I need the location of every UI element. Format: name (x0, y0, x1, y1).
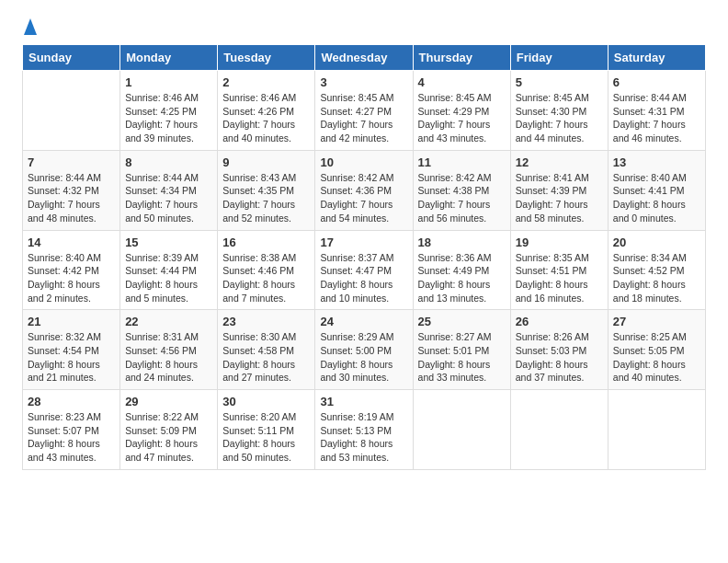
day-number: 18 (418, 236, 506, 249)
day-info: Sunrise: 8:32 AMSunset: 4:54 PMDaylight:… (28, 330, 115, 385)
calendar-cell: 14Sunrise: 8:40 AMSunset: 4:42 PMDayligh… (23, 230, 120, 310)
calendar-cell: 4Sunrise: 8:45 AMSunset: 4:29 PMDaylight… (413, 71, 510, 151)
day-number: 21 (28, 315, 115, 328)
calendar-cell: 15Sunrise: 8:39 AMSunset: 4:44 PMDayligh… (120, 230, 218, 310)
day-info: Sunrise: 8:41 AMSunset: 4:39 PMDaylight:… (516, 171, 603, 225)
day-info: Sunrise: 8:23 AMSunset: 5:07 PMDaylight:… (28, 410, 115, 465)
calendar-cell: 7Sunrise: 8:44 AMSunset: 4:32 PMDaylight… (23, 150, 120, 230)
day-number: 13 (613, 155, 700, 169)
day-number: 3 (320, 75, 407, 89)
day-number: 16 (222, 236, 310, 249)
calendar-cell: 24Sunrise: 8:29 AMSunset: 5:00 PMDayligh… (315, 310, 413, 390)
calendar-cell: 31Sunrise: 8:19 AMSunset: 5:13 PMDayligh… (315, 390, 413, 470)
weekday-header-row: SundayMondayTuesdayWednesdayThursdayFrid… (23, 45, 706, 71)
day-info: Sunrise: 8:20 AMSunset: 5:11 PMDaylight:… (222, 410, 310, 465)
calendar-cell (23, 71, 120, 151)
day-info: Sunrise: 8:39 AMSunset: 4:44 PMDaylight:… (125, 251, 212, 305)
calendar-week-row: 21Sunrise: 8:32 AMSunset: 4:54 PMDayligh… (23, 310, 706, 390)
day-number: 23 (222, 315, 310, 328)
calendar-cell: 25Sunrise: 8:27 AMSunset: 5:01 PMDayligh… (413, 310, 510, 390)
day-number: 7 (28, 155, 115, 169)
day-number: 10 (320, 155, 407, 169)
day-info: Sunrise: 8:22 AMSunset: 5:09 PMDaylight:… (125, 410, 212, 465)
day-number: 28 (28, 395, 115, 408)
calendar-cell: 12Sunrise: 8:41 AMSunset: 4:39 PMDayligh… (510, 150, 608, 230)
day-info: Sunrise: 8:25 AMSunset: 5:05 PMDaylight:… (613, 330, 700, 385)
calendar-week-row: 14Sunrise: 8:40 AMSunset: 4:42 PMDayligh… (23, 230, 706, 310)
weekday-header-sunday: Sunday (23, 45, 120, 71)
day-number: 17 (320, 236, 407, 249)
day-info: Sunrise: 8:34 AMSunset: 4:52 PMDaylight:… (613, 251, 700, 305)
weekday-header-monday: Monday (120, 45, 218, 71)
day-number: 9 (222, 155, 310, 169)
page-header (22, 18, 706, 35)
calendar-cell: 20Sunrise: 8:34 AMSunset: 4:52 PMDayligh… (608, 230, 705, 310)
calendar-cell: 29Sunrise: 8:22 AMSunset: 5:09 PMDayligh… (120, 390, 218, 470)
day-info: Sunrise: 8:30 AMSunset: 4:58 PMDaylight:… (222, 330, 310, 385)
calendar-cell: 11Sunrise: 8:42 AMSunset: 4:38 PMDayligh… (413, 150, 510, 230)
day-info: Sunrise: 8:44 AMSunset: 4:32 PMDaylight:… (28, 171, 115, 225)
day-info: Sunrise: 8:44 AMSunset: 4:31 PMDaylight:… (613, 91, 700, 145)
calendar-cell: 18Sunrise: 8:36 AMSunset: 4:49 PMDayligh… (413, 230, 510, 310)
calendar-cell: 16Sunrise: 8:38 AMSunset: 4:46 PMDayligh… (218, 230, 315, 310)
calendar-cell (608, 390, 705, 470)
day-info: Sunrise: 8:42 AMSunset: 4:36 PMDaylight:… (320, 171, 407, 225)
day-number: 31 (320, 395, 407, 408)
calendar-table: SundayMondayTuesdayWednesdayThursdayFrid… (22, 44, 706, 470)
calendar-cell: 17Sunrise: 8:37 AMSunset: 4:47 PMDayligh… (315, 230, 413, 310)
day-number: 11 (418, 155, 506, 169)
day-info: Sunrise: 8:46 AMSunset: 4:26 PMDaylight:… (222, 91, 310, 145)
day-number: 1 (125, 75, 212, 89)
day-info: Sunrise: 8:37 AMSunset: 4:47 PMDaylight:… (320, 251, 407, 305)
calendar-cell: 21Sunrise: 8:32 AMSunset: 4:54 PMDayligh… (23, 310, 120, 390)
calendar-cell: 9Sunrise: 8:43 AMSunset: 4:35 PMDaylight… (218, 150, 315, 230)
day-number: 5 (516, 75, 603, 89)
day-info: Sunrise: 8:46 AMSunset: 4:25 PMDaylight:… (125, 91, 212, 145)
calendar-cell: 1Sunrise: 8:46 AMSunset: 4:25 PMDaylight… (120, 71, 218, 151)
calendar-cell: 5Sunrise: 8:45 AMSunset: 4:30 PMDaylight… (510, 71, 608, 151)
calendar-week-row: 28Sunrise: 8:23 AMSunset: 5:07 PMDayligh… (23, 390, 706, 470)
day-info: Sunrise: 8:29 AMSunset: 5:00 PMDaylight:… (320, 330, 407, 385)
calendar-cell: 26Sunrise: 8:26 AMSunset: 5:03 PMDayligh… (510, 310, 608, 390)
calendar-week-row: 7Sunrise: 8:44 AMSunset: 4:32 PMDaylight… (23, 150, 706, 230)
calendar-cell (510, 390, 608, 470)
calendar-cell: 28Sunrise: 8:23 AMSunset: 5:07 PMDayligh… (23, 390, 120, 470)
calendar-week-row: 1Sunrise: 8:46 AMSunset: 4:25 PMDaylight… (23, 71, 706, 151)
day-number: 22 (125, 315, 212, 328)
day-number: 26 (516, 315, 603, 328)
day-info: Sunrise: 8:40 AMSunset: 4:41 PMDaylight:… (613, 171, 700, 225)
calendar-cell: 13Sunrise: 8:40 AMSunset: 4:41 PMDayligh… (608, 150, 705, 230)
day-number: 14 (28, 236, 115, 249)
day-info: Sunrise: 8:45 AMSunset: 4:27 PMDaylight:… (320, 91, 407, 145)
day-info: Sunrise: 8:26 AMSunset: 5:03 PMDaylight:… (516, 330, 603, 385)
weekday-header-saturday: Saturday (608, 45, 705, 71)
calendar-cell: 23Sunrise: 8:30 AMSunset: 4:58 PMDayligh… (218, 310, 315, 390)
day-info: Sunrise: 8:35 AMSunset: 4:51 PMDaylight:… (516, 251, 603, 305)
day-number: 29 (125, 395, 212, 408)
calendar-cell: 6Sunrise: 8:44 AMSunset: 4:31 PMDaylight… (608, 71, 705, 151)
day-number: 20 (613, 236, 700, 249)
weekday-header-friday: Friday (510, 45, 608, 71)
day-info: Sunrise: 8:27 AMSunset: 5:01 PMDaylight:… (418, 330, 506, 385)
day-info: Sunrise: 8:42 AMSunset: 4:38 PMDaylight:… (418, 171, 506, 225)
calendar-cell: 22Sunrise: 8:31 AMSunset: 4:56 PMDayligh… (120, 310, 218, 390)
day-info: Sunrise: 8:44 AMSunset: 4:34 PMDaylight:… (125, 171, 212, 225)
calendar-cell: 19Sunrise: 8:35 AMSunset: 4:51 PMDayligh… (510, 230, 608, 310)
calendar-cell: 10Sunrise: 8:42 AMSunset: 4:36 PMDayligh… (315, 150, 413, 230)
weekday-header-wednesday: Wednesday (315, 45, 413, 71)
day-number: 8 (125, 155, 212, 169)
day-number: 19 (516, 236, 603, 249)
weekday-header-tuesday: Tuesday (218, 45, 315, 71)
day-number: 30 (222, 395, 310, 408)
day-number: 24 (320, 315, 407, 328)
day-number: 2 (222, 75, 310, 89)
day-number: 6 (613, 75, 700, 89)
day-info: Sunrise: 8:40 AMSunset: 4:42 PMDaylight:… (28, 251, 115, 305)
day-info: Sunrise: 8:31 AMSunset: 4:56 PMDaylight:… (125, 330, 212, 385)
day-info: Sunrise: 8:38 AMSunset: 4:46 PMDaylight:… (222, 251, 310, 305)
day-number: 27 (613, 315, 700, 328)
day-info: Sunrise: 8:36 AMSunset: 4:49 PMDaylight:… (418, 251, 506, 305)
calendar-cell (413, 390, 510, 470)
weekday-header-thursday: Thursday (413, 45, 510, 71)
day-info: Sunrise: 8:19 AMSunset: 5:13 PMDaylight:… (320, 410, 407, 465)
